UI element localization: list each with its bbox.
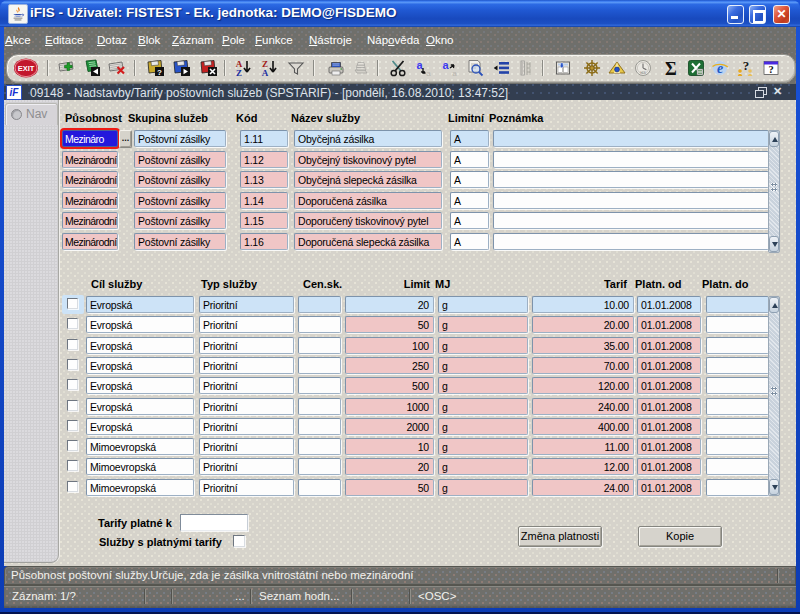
cell-platnost-od[interactable]: 01.01.2008 xyxy=(637,377,701,394)
sort-ascending-icon[interactable]: AZ xyxy=(234,58,254,78)
cell-limitni[interactable]: A xyxy=(450,233,489,250)
cell-skupina-sluzeb[interactable]: Poštovní zásilky xyxy=(134,233,226,250)
excel-export-icon[interactable] xyxy=(686,58,706,78)
mdi-close-button[interactable]: ✕ xyxy=(773,85,782,98)
paste-field-icon[interactable]: aa xyxy=(439,58,459,78)
cell-kod[interactable]: 1.14 xyxy=(240,192,288,209)
cell-limit[interactable]: 50 xyxy=(345,316,434,333)
menu-item-okno[interactable]: Okno xyxy=(426,27,454,53)
close-button[interactable]: ✕ xyxy=(773,5,790,24)
cell-limitni[interactable]: A xyxy=(450,192,489,209)
cell-mj[interactable]: g xyxy=(438,296,528,313)
cell-nazev-sluzby[interactable]: Obyčejná slepecká zásilka xyxy=(294,171,442,188)
cell-platnost-od[interactable]: 01.01.2008 xyxy=(637,418,701,435)
cell-platnost-od[interactable]: 01.01.2008 xyxy=(637,479,701,496)
cell-platnost-od[interactable]: 01.01.2008 xyxy=(637,337,701,354)
cell-platnost-do[interactable] xyxy=(706,316,769,333)
cell-limitni[interactable]: A xyxy=(450,212,489,229)
cell-limit[interactable]: 100 xyxy=(345,337,434,354)
scrollbar-thumb-grip[interactable] xyxy=(771,183,777,193)
row-checkbox[interactable] xyxy=(67,379,78,390)
cell-mj[interactable]: g xyxy=(438,337,528,354)
cell-cen-sk[interactable] xyxy=(298,479,341,496)
mdi-window-titlebar[interactable]: iF 09148 - Nadstavby/Tarify poštovních s… xyxy=(4,84,796,100)
print-preview-icon[interactable] xyxy=(351,58,371,78)
cell-limit[interactable]: 50 xyxy=(345,479,434,496)
cell-kod[interactable]: 1.13 xyxy=(240,171,288,188)
cell-platnost-od[interactable]: 01.01.2008 xyxy=(637,357,701,374)
cell-platnost-do[interactable] xyxy=(706,296,769,313)
filter-icon[interactable] xyxy=(286,58,306,78)
cell-platnost-od[interactable]: 01.01.2008 xyxy=(637,438,701,455)
exit-button[interactable]: EXIT xyxy=(13,58,39,78)
cell-pusobnost[interactable]: Mezinárodní xyxy=(62,192,118,209)
minimize-button[interactable] xyxy=(727,5,744,24)
cell-typ-sluzby[interactable]: Prioritní xyxy=(199,418,294,435)
cell-typ-sluzby[interactable]: Prioritní xyxy=(199,337,294,354)
cell-cen-sk[interactable] xyxy=(298,377,341,394)
row-checkbox[interactable] xyxy=(67,359,78,370)
cell-platnost-od[interactable]: 01.01.2008 xyxy=(637,296,701,313)
cell-cil-sluzby[interactable]: Evropská xyxy=(86,316,194,333)
lov-ellipsis-button[interactable]: ... xyxy=(119,130,132,148)
cell-nazev-sluzby[interactable]: Obyčejný tiskovinový pytel xyxy=(294,151,442,168)
cell-tarif[interactable]: 12.00 xyxy=(532,458,634,475)
cell-cil-sluzby[interactable]: Evropská xyxy=(86,357,194,374)
cell-tarif[interactable]: 11.00 xyxy=(532,438,634,455)
cell-poznamka[interactable] xyxy=(493,212,769,229)
cell-limit[interactable]: 500 xyxy=(345,377,434,394)
cell-platnost-do[interactable] xyxy=(706,479,769,496)
cell-mj[interactable]: g xyxy=(438,479,528,496)
cell-skupina-sluzeb[interactable]: Poštovní zásilky xyxy=(134,171,226,188)
maximize-button[interactable] xyxy=(749,5,766,24)
cell-mj[interactable]: g xyxy=(438,458,528,475)
cell-cil-sluzby[interactable]: Evropská xyxy=(86,398,194,415)
cell-platnost-do[interactable] xyxy=(706,357,769,374)
cell-kod[interactable]: 1.11 xyxy=(240,130,288,147)
scroll-down-button[interactable] xyxy=(769,236,779,252)
cell-poznamka[interactable] xyxy=(493,130,769,147)
cell-tarif[interactable]: 120.00 xyxy=(532,377,634,394)
copy-field-icon[interactable]: aa xyxy=(413,58,433,78)
cell-mj[interactable]: g xyxy=(438,377,528,394)
import-form-icon[interactable] xyxy=(553,58,573,78)
cell-mj[interactable]: g xyxy=(438,438,528,455)
zmena-platnosti-button[interactable]: Změna platnosti xyxy=(518,526,602,547)
kopie-button[interactable]: Kopie xyxy=(638,526,722,547)
cell-nazev-sluzby[interactable]: Doporučená slepecká zásilka xyxy=(294,233,442,250)
cell-platnost-do[interactable] xyxy=(706,398,769,415)
row-checkbox[interactable] xyxy=(67,440,78,451)
menu-item-dotaz[interactable]: Dotaz xyxy=(97,27,127,53)
cell-platnost-od[interactable]: 01.01.2008 xyxy=(637,458,701,475)
zoom-document-icon[interactable] xyxy=(465,58,485,78)
cell-typ-sluzby[interactable]: Prioritní xyxy=(199,458,294,475)
cell-limit[interactable]: 1000 xyxy=(345,398,434,415)
cell-typ-sluzby[interactable]: Prioritní xyxy=(199,398,294,415)
cell-cen-sk[interactable] xyxy=(298,438,341,455)
cell-cen-sk[interactable] xyxy=(298,398,341,415)
menu-item-editace[interactable]: Editace xyxy=(45,27,83,53)
scroll-down-button[interactable] xyxy=(769,479,779,495)
insert-record-icon[interactable] xyxy=(57,58,77,78)
window-titlebar[interactable]: iFIS - Uživatel: FISTEST - Ek. jednotka:… xyxy=(0,0,800,27)
cell-platnost-do[interactable] xyxy=(706,458,769,475)
cell-cen-sk[interactable] xyxy=(298,418,341,435)
cell-tarif[interactable]: 20.00 xyxy=(532,316,634,333)
cell-cil-sluzby[interactable]: Mimoevropská xyxy=(86,458,194,475)
delete-record-icon[interactable] xyxy=(107,58,127,78)
cell-pusobnost[interactable]: Mezinárodní xyxy=(62,212,118,229)
cell-limit[interactable]: 250 xyxy=(345,357,434,374)
navigator-list-icon[interactable] xyxy=(491,58,511,78)
cell-nazev-sluzby[interactable]: Doporučený tiskovinový pytel xyxy=(294,212,442,229)
cell-skupina-sluzeb[interactable]: Poštovní zásilky xyxy=(134,130,226,147)
cell-tarif[interactable]: 240.00 xyxy=(532,398,634,415)
scrollbar-thumb-grip[interactable] xyxy=(771,387,777,397)
cell-pusobnost[interactable]: Mezinárodní xyxy=(62,233,118,250)
cell-cil-sluzby[interactable]: Evropská xyxy=(86,418,194,435)
cell-platnost-do[interactable] xyxy=(706,337,769,354)
cell-cil-sluzby[interactable]: Evropská xyxy=(86,296,194,313)
cell-kod[interactable]: 1.15 xyxy=(240,212,288,229)
cell-kod[interactable]: 1.16 xyxy=(240,233,288,250)
cell-poznamka[interactable] xyxy=(493,233,769,250)
cell-cil-sluzby[interactable]: Mimoevropská xyxy=(86,438,194,455)
